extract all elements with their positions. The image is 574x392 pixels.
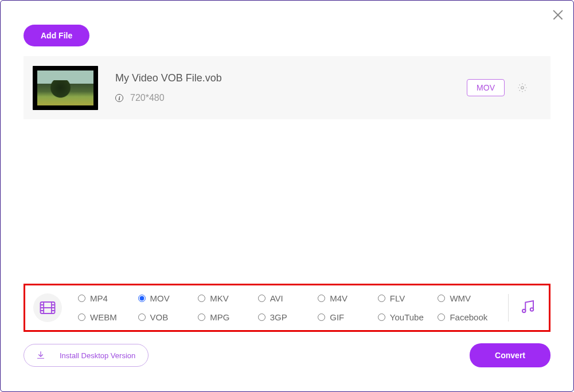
- format-option-webm[interactable]: WEBM: [78, 312, 138, 322]
- svg-point-10: [530, 308, 534, 311]
- format-label: FLV: [390, 293, 405, 303]
- download-icon: [36, 350, 46, 360]
- file-item: My Video VOB File.vob i 720*480 MOV: [24, 56, 550, 119]
- install-desktop-button[interactable]: Install Desktop Version: [24, 344, 149, 367]
- format-label: MPG: [210, 312, 229, 322]
- format-label: GIF: [330, 312, 344, 322]
- divider: [508, 294, 509, 322]
- svg-point-9: [522, 309, 526, 313]
- output-format-chip[interactable]: MOV: [467, 79, 505, 96]
- format-label: MOV: [150, 293, 170, 303]
- convert-button[interactable]: Convert: [470, 343, 550, 367]
- format-label: MP4: [90, 293, 108, 303]
- format-option-vob[interactable]: VOB: [138, 312, 198, 322]
- format-label: WMV: [450, 293, 471, 303]
- format-radio-3gp[interactable]: [258, 313, 265, 321]
- music-icon[interactable]: [519, 298, 536, 317]
- format-radio-webm[interactable]: [78, 313, 85, 321]
- install-desktop-label: Install Desktop Version: [60, 351, 135, 360]
- format-label: AVI: [270, 293, 283, 303]
- format-radio-flv[interactable]: [378, 295, 385, 302]
- file-dimensions: 720*480: [130, 93, 165, 103]
- format-option-wmv[interactable]: WMV: [438, 293, 498, 303]
- svg-point-0: [521, 87, 524, 89]
- format-option-facebook[interactable]: Facebook: [438, 312, 498, 322]
- bottom-bar: Install Desktop Version Convert: [24, 343, 550, 367]
- format-radio-avi[interactable]: [258, 295, 265, 302]
- format-label: YouTube: [390, 312, 424, 322]
- add-file-button[interactable]: Add File: [24, 25, 89, 46]
- format-option-avi[interactable]: AVI: [258, 293, 318, 303]
- format-label: 3GP: [270, 312, 287, 322]
- format-label: M4V: [330, 293, 347, 303]
- format-option-flv[interactable]: FLV: [378, 293, 438, 303]
- gear-icon[interactable]: [517, 83, 528, 93]
- format-option-3gp[interactable]: 3GP: [258, 312, 318, 322]
- format-radio-mkv[interactable]: [198, 295, 205, 302]
- format-option-mpg[interactable]: MPG: [198, 312, 258, 322]
- format-radio-vob[interactable]: [138, 313, 146, 321]
- format-option-mkv[interactable]: MKV: [198, 293, 258, 303]
- format-radio-wmv[interactable]: [438, 295, 445, 302]
- format-label: WEBM: [90, 312, 117, 322]
- format-option-m4v[interactable]: M4V: [318, 293, 378, 303]
- close-icon[interactable]: [551, 8, 565, 22]
- format-option-gif[interactable]: GIF: [318, 312, 378, 322]
- format-radio-gif[interactable]: [318, 313, 325, 321]
- format-label: MKV: [210, 293, 229, 303]
- format-radio-youtube[interactable]: [378, 313, 385, 321]
- format-radio-m4v[interactable]: [318, 295, 325, 302]
- format-radio-mov[interactable]: [138, 295, 146, 302]
- format-radio-mpg[interactable]: [198, 313, 205, 321]
- format-option-mp4[interactable]: MP4: [78, 293, 138, 303]
- format-label: VOB: [150, 312, 169, 322]
- format-selection-bar: MP4MOVMKVAVIM4VFLVWMVWEBMVOBMPG3GPGIFYou…: [24, 284, 550, 332]
- info-icon[interactable]: i: [115, 94, 123, 102]
- file-thumbnail[interactable]: [33, 66, 98, 110]
- video-icon[interactable]: [33, 293, 62, 322]
- format-radio-mp4[interactable]: [78, 295, 85, 302]
- file-name: My Video VOB File.vob: [115, 72, 467, 84]
- format-option-youtube[interactable]: YouTube: [378, 312, 438, 322]
- format-radio-facebook[interactable]: [438, 313, 445, 321]
- format-label: Facebook: [450, 312, 487, 322]
- format-option-mov[interactable]: MOV: [138, 293, 198, 303]
